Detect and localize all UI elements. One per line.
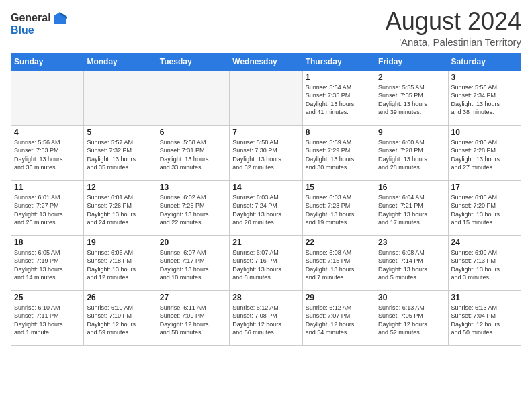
day-info: Sunrise: 5:59 AM Sunset: 7:29 PM Dayligh…: [306, 139, 355, 171]
day-number: 29: [306, 293, 372, 302]
col-saturday: Saturday: [448, 53, 521, 70]
day-info: Sunrise: 6:06 AM Sunset: 7:18 PM Dayligh…: [87, 249, 136, 281]
calendar-cell: 26Sunrise: 6:10 AM Sunset: 7:10 PM Dayli…: [84, 290, 157, 345]
col-tuesday: Tuesday: [157, 53, 229, 70]
calendar-cell: 18Sunrise: 6:05 AM Sunset: 7:19 PM Dayli…: [11, 235, 84, 290]
day-info: Sunrise: 6:12 AM Sunset: 7:08 PM Dayligh…: [232, 304, 281, 336]
calendar-cell: 4Sunrise: 5:56 AM Sunset: 7:33 PM Daylig…: [11, 125, 84, 180]
calendar-cell: 29Sunrise: 6:12 AM Sunset: 7:07 PM Dayli…: [302, 290, 375, 345]
day-number: 26: [87, 293, 153, 302]
calendar-cell: 25Sunrise: 6:10 AM Sunset: 7:11 PM Dayli…: [11, 290, 84, 345]
day-info: Sunrise: 6:13 AM Sunset: 7:04 PM Dayligh…: [451, 304, 500, 336]
day-info: Sunrise: 6:03 AM Sunset: 7:23 PM Dayligh…: [306, 194, 355, 226]
calendar-cell: 19Sunrise: 6:06 AM Sunset: 7:18 PM Dayli…: [84, 235, 157, 290]
day-info: Sunrise: 6:10 AM Sunset: 7:11 PM Dayligh…: [14, 304, 63, 336]
calendar-cell: [230, 70, 302, 125]
col-sunday: Sunday: [11, 53, 84, 70]
day-number: 21: [232, 238, 299, 247]
col-wednesday: Wednesday: [230, 53, 302, 70]
day-number: 18: [14, 238, 81, 247]
day-number: 17: [451, 183, 518, 192]
title-section: August 2024 'Anata, Palestinian Territor…: [386, 8, 521, 48]
day-number: 13: [160, 183, 226, 192]
logo-general: General: [11, 12, 51, 24]
calendar-cell: 11Sunrise: 6:01 AM Sunset: 7:27 PM Dayli…: [11, 180, 84, 235]
day-info: Sunrise: 6:08 AM Sunset: 7:14 PM Dayligh…: [378, 249, 427, 281]
logo-blue: Blue: [11, 24, 34, 36]
day-info: Sunrise: 6:01 AM Sunset: 7:27 PM Dayligh…: [14, 194, 63, 226]
calendar-cell: 10Sunrise: 6:00 AM Sunset: 7:28 PM Dayli…: [448, 125, 521, 180]
logo: General Blue: [11, 11, 67, 36]
day-number: 7: [232, 128, 299, 137]
day-number: 1: [306, 73, 372, 82]
header: General Blue August 2024 'Anata, Palesti…: [11, 8, 521, 48]
calendar-cell: 14Sunrise: 6:03 AM Sunset: 7:24 PM Dayli…: [230, 180, 302, 235]
day-number: 5: [87, 128, 153, 137]
day-info: Sunrise: 6:07 AM Sunset: 7:16 PM Dayligh…: [232, 249, 281, 281]
col-monday: Monday: [84, 53, 157, 70]
day-number: 9: [378, 128, 445, 137]
calendar-cell: 16Sunrise: 6:04 AM Sunset: 7:21 PM Dayli…: [375, 180, 448, 235]
day-info: Sunrise: 6:13 AM Sunset: 7:05 PM Dayligh…: [378, 304, 427, 336]
calendar-cell: 21Sunrise: 6:07 AM Sunset: 7:16 PM Dayli…: [230, 235, 302, 290]
day-number: 11: [14, 183, 81, 192]
calendar-week-1: 1Sunrise: 5:54 AM Sunset: 7:35 PM Daylig…: [11, 70, 521, 125]
day-number: 14: [232, 183, 299, 192]
calendar-cell: 3Sunrise: 5:56 AM Sunset: 7:34 PM Daylig…: [448, 70, 521, 125]
logo-icon: [52, 11, 67, 26]
col-friday: Friday: [375, 53, 448, 70]
day-number: 6: [160, 128, 226, 137]
calendar-cell: 5Sunrise: 5:57 AM Sunset: 7:32 PM Daylig…: [84, 125, 157, 180]
calendar: Sunday Monday Tuesday Wednesday Thursday…: [11, 53, 521, 346]
calendar-cell: 31Sunrise: 6:13 AM Sunset: 7:04 PM Dayli…: [448, 290, 521, 345]
calendar-cell: 24Sunrise: 6:09 AM Sunset: 7:13 PM Dayli…: [448, 235, 521, 290]
day-number: 3: [451, 73, 518, 82]
calendar-week-5: 25Sunrise: 6:10 AM Sunset: 7:11 PM Dayli…: [11, 290, 521, 345]
calendar-week-2: 4Sunrise: 5:56 AM Sunset: 7:33 PM Daylig…: [11, 125, 521, 180]
day-number: 10: [451, 128, 518, 137]
day-info: Sunrise: 5:55 AM Sunset: 7:35 PM Dayligh…: [378, 84, 427, 116]
calendar-cell: [157, 70, 229, 125]
calendar-cell: 30Sunrise: 6:13 AM Sunset: 7:05 PM Dayli…: [375, 290, 448, 345]
day-number: 2: [378, 73, 445, 82]
day-info: Sunrise: 6:10 AM Sunset: 7:10 PM Dayligh…: [87, 304, 136, 336]
day-number: 27: [160, 293, 226, 302]
calendar-cell: 22Sunrise: 6:08 AM Sunset: 7:15 PM Dayli…: [302, 235, 375, 290]
day-info: Sunrise: 5:56 AM Sunset: 7:34 PM Dayligh…: [451, 84, 500, 116]
day-info: Sunrise: 6:02 AM Sunset: 7:25 PM Dayligh…: [160, 194, 209, 226]
day-info: Sunrise: 6:07 AM Sunset: 7:17 PM Dayligh…: [160, 249, 209, 281]
day-info: Sunrise: 6:05 AM Sunset: 7:20 PM Dayligh…: [451, 194, 500, 226]
calendar-cell: 9Sunrise: 6:00 AM Sunset: 7:28 PM Daylig…: [375, 125, 448, 180]
calendar-cell: 6Sunrise: 5:58 AM Sunset: 7:31 PM Daylig…: [157, 125, 229, 180]
day-number: 16: [378, 183, 445, 192]
calendar-week-3: 11Sunrise: 6:01 AM Sunset: 7:27 PM Dayli…: [11, 180, 521, 235]
calendar-week-4: 18Sunrise: 6:05 AM Sunset: 7:19 PM Dayli…: [11, 235, 521, 290]
day-number: 25: [14, 293, 81, 302]
day-number: 8: [306, 128, 372, 137]
day-info: Sunrise: 6:11 AM Sunset: 7:09 PM Dayligh…: [160, 304, 209, 336]
location: 'Anata, Palestinian Territory: [386, 36, 521, 48]
day-number: 30: [378, 293, 445, 302]
calendar-cell: 15Sunrise: 6:03 AM Sunset: 7:23 PM Dayli…: [302, 180, 375, 235]
calendar-cell: 7Sunrise: 5:58 AM Sunset: 7:30 PM Daylig…: [230, 125, 302, 180]
day-number: 4: [14, 128, 81, 137]
day-info: Sunrise: 5:56 AM Sunset: 7:33 PM Dayligh…: [14, 139, 63, 171]
calendar-cell: 27Sunrise: 6:11 AM Sunset: 7:09 PM Dayli…: [157, 290, 229, 345]
day-info: Sunrise: 6:01 AM Sunset: 7:26 PM Dayligh…: [87, 194, 136, 226]
calendar-cell: 20Sunrise: 6:07 AM Sunset: 7:17 PM Dayli…: [157, 235, 229, 290]
day-info: Sunrise: 6:09 AM Sunset: 7:13 PM Dayligh…: [451, 249, 500, 281]
calendar-cell: 13Sunrise: 6:02 AM Sunset: 7:25 PM Dayli…: [157, 180, 229, 235]
day-number: 24: [451, 238, 518, 247]
day-number: 15: [306, 183, 372, 192]
calendar-cell: 2Sunrise: 5:55 AM Sunset: 7:35 PM Daylig…: [375, 70, 448, 125]
day-info: Sunrise: 5:54 AM Sunset: 7:35 PM Dayligh…: [306, 84, 355, 116]
day-info: Sunrise: 5:57 AM Sunset: 7:32 PM Dayligh…: [87, 139, 136, 171]
day-info: Sunrise: 6:05 AM Sunset: 7:19 PM Dayligh…: [14, 249, 63, 281]
day-info: Sunrise: 6:04 AM Sunset: 7:21 PM Dayligh…: [378, 194, 427, 226]
day-number: 23: [378, 238, 445, 247]
calendar-cell: 17Sunrise: 6:05 AM Sunset: 7:20 PM Dayli…: [448, 180, 521, 235]
month-year: August 2024: [386, 8, 521, 35]
day-number: 19: [87, 238, 153, 247]
day-info: Sunrise: 5:58 AM Sunset: 7:31 PM Dayligh…: [160, 139, 209, 171]
page: General Blue August 2024 'Anata, Palesti…: [0, 0, 532, 411]
